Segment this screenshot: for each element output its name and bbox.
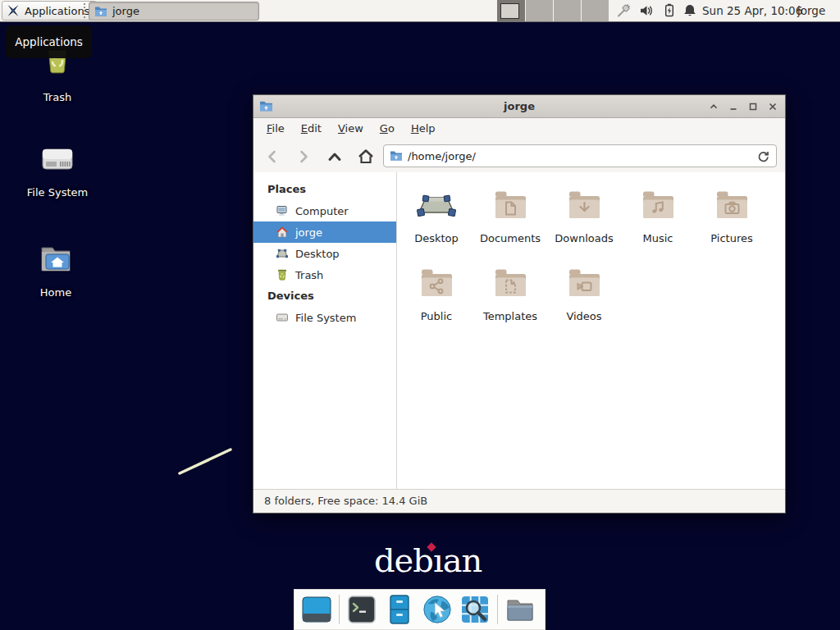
applications-menu-button[interactable]: Applications <box>2 1 97 21</box>
file-item-pictures[interactable]: Pictures <box>695 185 769 244</box>
file-item-documents[interactable]: Documents <box>473 185 547 244</box>
panel-handle[interactable] <box>84 3 85 18</box>
camera-folder-icon <box>710 185 753 225</box>
menubar: File Edit View Go Help <box>253 118 785 139</box>
menu-help[interactable]: Help <box>403 118 444 139</box>
up-button[interactable] <box>322 144 347 169</box>
workspace-1[interactable] <box>497 0 525 21</box>
address-bar[interactable]: /home/jorge/ <box>383 144 777 167</box>
menu-view[interactable]: View <box>330 118 372 139</box>
workspace-window-preview <box>500 3 519 19</box>
sidebar-item-label: Trash <box>295 269 323 281</box>
file-item-label: Pictures <box>695 232 769 244</box>
file-list-view[interactable]: Desktop Documents <box>397 172 785 490</box>
file-item-desktop[interactable]: Desktop <box>399 185 473 244</box>
workspace-3[interactable] <box>553 0 581 21</box>
web-browser-icon <box>422 593 453 626</box>
back-button[interactable] <box>260 144 285 169</box>
desktop-icon-file-system[interactable]: File System <box>18 139 97 199</box>
debian-logo-dot <box>427 542 436 551</box>
folder-icon <box>94 5 107 18</box>
address-path[interactable]: /home/jorge/ <box>408 150 751 162</box>
taskbar-window-button[interactable]: jorge <box>89 2 259 21</box>
file-cabinet-icon <box>384 594 415 625</box>
file-item-videos[interactable]: Videos <box>547 263 621 322</box>
dock-directory-menu-button[interactable] <box>504 594 536 625</box>
applications-tooltip-text: Applications <box>15 35 82 48</box>
menu-edit[interactable]: Edit <box>293 118 330 139</box>
sidebar-item-file-system[interactable]: File System <box>253 307 396 328</box>
address-folder-icon <box>390 149 403 162</box>
menu-file[interactable]: File <box>258 118 293 139</box>
notifications-icon[interactable] <box>682 3 697 18</box>
share-folder-icon <box>415 263 458 303</box>
menu-go[interactable]: Go <box>372 118 403 139</box>
file-item-music[interactable]: Music <box>621 185 695 244</box>
file-manager-window: jorge File Edit View Go Help <box>253 94 786 514</box>
drive-icon <box>276 311 289 324</box>
file-item-label: Desktop <box>399 232 473 244</box>
document-folder-icon <box>489 185 532 225</box>
computer-icon <box>276 204 289 217</box>
file-item-label: Videos <box>547 310 621 322</box>
sidebar-item-desktop[interactable]: Desktop <box>253 243 396 264</box>
sidebar-header-places: Places <box>253 179 396 200</box>
panel-clock[interactable]: Sun 25 Apr, 10:06 <box>702 0 802 21</box>
file-item-label: Documents <box>473 232 547 244</box>
file-item-label: Public <box>399 310 473 322</box>
dock-show-desktop-button[interactable] <box>301 594 332 625</box>
panel-user-menu[interactable]: jorge <box>797 0 825 21</box>
window-controls <box>706 95 780 117</box>
forward-button[interactable] <box>291 144 316 169</box>
file-item-label: Downloads <box>547 232 621 244</box>
sidebar-item-jorge[interactable]: jorge <box>253 221 396 243</box>
reload-icon[interactable] <box>756 149 770 163</box>
hard-drive-icon <box>38 139 77 179</box>
directory-folder-icon <box>504 594 536 625</box>
window-titlebar[interactable]: jorge <box>253 95 785 118</box>
battery-icon[interactable] <box>662 3 677 18</box>
maximize-button[interactable] <box>746 99 760 114</box>
minimize-button[interactable] <box>726 99 741 114</box>
terminal-icon <box>346 594 377 625</box>
applications-menu-label: Applications <box>25 5 89 17</box>
close-button[interactable] <box>765 99 780 114</box>
desktop-icon <box>276 247 289 260</box>
window-folder-icon <box>259 99 273 113</box>
home-nav-icon <box>357 148 375 166</box>
download-folder-icon <box>563 185 605 225</box>
music-folder-icon <box>637 185 679 225</box>
sidebar-item-label: File System <box>295 312 356 324</box>
workspace-2[interactable] <box>525 0 553 21</box>
home-button[interactable] <box>354 144 378 169</box>
dock-application-finder-button[interactable] <box>459 594 491 625</box>
up-icon <box>326 148 343 165</box>
back-icon <box>264 148 281 165</box>
sidebar-item-computer[interactable]: Computer <box>253 200 396 221</box>
application-finder-icon <box>459 594 491 625</box>
top-panel: Applications jorge <box>0 0 840 22</box>
workspace-4[interactable] <box>581 0 609 21</box>
video-folder-icon <box>563 263 605 303</box>
applications-menu-icon <box>6 3 21 18</box>
file-item-public[interactable]: Public <box>399 263 473 322</box>
workspace-pager[interactable] <box>497 0 609 21</box>
network-icon[interactable] <box>616 3 631 18</box>
window-title: jorge <box>253 100 785 112</box>
template-folder-icon <box>489 263 532 303</box>
taskbar-window-label: jorge <box>112 5 139 17</box>
dock-file-manager-button[interactable] <box>384 594 415 625</box>
desktop-icon-home[interactable]: Home <box>18 240 94 299</box>
bottom-dock <box>294 589 546 630</box>
shade-button[interactable] <box>706 99 721 114</box>
volume-icon[interactable] <box>639 3 654 18</box>
dock-web-browser-button[interactable] <box>422 594 453 625</box>
home-folder-icon <box>36 240 75 279</box>
file-item-templates[interactable]: Templates <box>473 263 547 322</box>
sidebar-item-trash[interactable]: Trash <box>253 264 396 285</box>
home-icon <box>276 226 289 239</box>
file-item-label: Music <box>621 232 695 244</box>
file-item-downloads[interactable]: Downloads <box>547 185 621 244</box>
sidebar-item-label: Desktop <box>295 248 340 260</box>
dock-terminal-button[interactable] <box>346 594 377 625</box>
